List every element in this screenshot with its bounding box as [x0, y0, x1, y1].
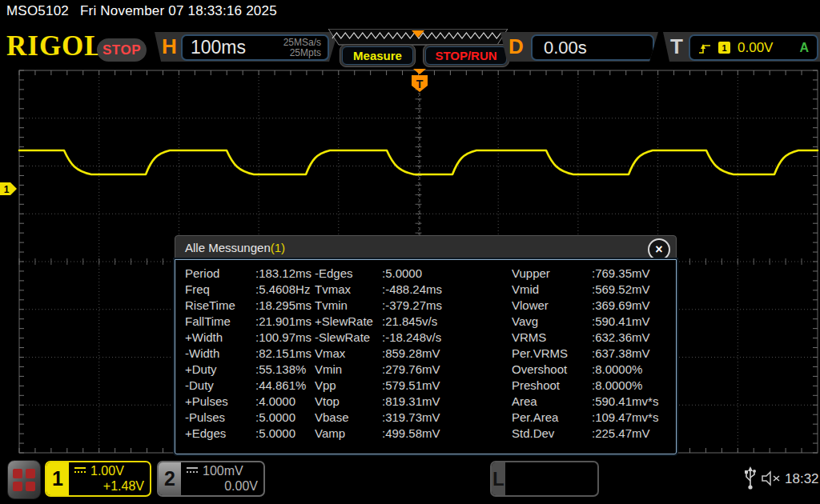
measurement-label: Vmid	[512, 282, 592, 298]
datetime: Fri November 07 18:33:16 2025	[80, 3, 277, 18]
measurement-value: :319.73mV	[382, 410, 512, 426]
measurement-label: Tvmax	[315, 282, 382, 298]
channel2-status-box[interactable]: 2 100mV 0.00V	[157, 461, 265, 497]
panel-title-bar[interactable]: Alle Messungen(1) ×	[175, 235, 677, 259]
measurement-value: :5.0000	[382, 266, 512, 282]
trigger-position-arrow-icon[interactable]	[413, 69, 426, 74]
measurement-label: +SlewRate	[315, 314, 382, 330]
stop-run-button-label: STOP/RUN	[425, 46, 507, 65]
delay-value: 0.00s	[533, 38, 587, 58]
measurement-label: Preshoot	[512, 378, 592, 394]
measurement-value: :5.4608Hz	[255, 282, 315, 298]
measurement-label: -Duty	[185, 378, 255, 394]
timebase-box[interactable]: 100ms 25MSa/s 25Mpts	[181, 34, 329, 61]
measurement-label: Vbase	[315, 410, 382, 426]
measurement-row: Period:183.12ms-Edges:5.0000Vupper:769.3…	[175, 266, 676, 282]
measurement-value: :859.28mV	[382, 346, 512, 362]
measurement-label: Vmin	[315, 362, 382, 378]
measurement-label: Std.Dev	[512, 426, 592, 442]
measurement-row: Freq:5.4608HzTvmax:-488.24msVmid:569.52m…	[175, 282, 676, 298]
dc-coupling-icon	[74, 467, 86, 476]
timebase-value: 100ms	[183, 37, 246, 58]
measurement-label: Per.Area	[512, 410, 592, 426]
stop-run-button[interactable]: STOP/RUN	[423, 44, 509, 67]
measurement-label: Tvmin	[315, 298, 382, 314]
measurement-value: :18.295ms	[255, 298, 315, 314]
channel1-status-box[interactable]: 1 1.00V +1.48V	[45, 461, 151, 497]
trigger-marker-letter: T	[416, 78, 424, 90]
trigger-level-value: 0.00V	[738, 40, 773, 56]
channel2-offset: 0.00V	[224, 479, 258, 494]
delay-label: D	[508, 32, 524, 62]
measurement-value: :279.76mV	[382, 362, 512, 378]
measurement-label: Vmax	[315, 346, 382, 362]
measurement-label: RiseTime	[185, 298, 255, 314]
measurement-value: :590.41mv*s	[592, 394, 672, 410]
run-state-badge[interactable]: STOP	[97, 38, 147, 62]
delay-box[interactable]: 0.00s	[531, 34, 654, 61]
channel2-number: 2	[159, 462, 181, 495]
measurement-value: :632.36mV	[592, 330, 672, 346]
measurement-value: :637.38mV	[592, 346, 672, 362]
trigger-label: T	[670, 32, 683, 62]
sample-rate: 25MSa/s	[283, 38, 321, 48]
panel-title: Alle Messungen	[185, 241, 271, 254]
measurement-row: -Duty:44.861%Vpp:579.51mVPreshoot:8.0000…	[175, 378, 676, 394]
measurement-value: :82.151ms	[255, 346, 315, 362]
measurement-label: +Width	[185, 330, 255, 346]
dc-coupling-icon	[187, 467, 198, 476]
measurement-label: -SlewRate	[315, 330, 382, 346]
measurement-label: +Duty	[185, 362, 255, 378]
rigol-logo: RIGOL	[6, 30, 104, 62]
measurement-label: FallTime	[185, 314, 255, 330]
measurement-label: -Width	[185, 346, 255, 362]
measurement-value: :590.41mV	[592, 314, 672, 330]
measurement-label: Vpp	[315, 378, 382, 394]
measurement-label: Vamp	[315, 426, 382, 442]
horizontal-settings-box[interactable]: H 100ms 25MSa/s 25Mpts	[155, 32, 338, 62]
system-clock: 18:32	[785, 471, 819, 487]
measurement-label: Per.VRMS	[512, 346, 592, 362]
horizontal-label: H	[162, 32, 177, 62]
measurement-value: :8.0000%	[592, 378, 672, 394]
trigger-box[interactable]: 1 0.00V A	[689, 34, 818, 61]
menu-button[interactable]	[7, 460, 41, 499]
close-icon[interactable]: ×	[648, 238, 670, 261]
measurement-label: Vavg	[512, 314, 592, 330]
measurement-value: :-18.248v/s	[382, 330, 512, 346]
model-name: MSO5102	[6, 3, 69, 18]
measurement-label: VRMS	[512, 330, 592, 346]
measurement-value: :4.0000	[255, 394, 315, 410]
measurement-row: RiseTime:18.295msTvmin:-379.27msVlower:3…	[175, 298, 676, 314]
measurement-value: :8.0000%	[592, 362, 672, 378]
measurement-value: :44.861%	[255, 378, 315, 394]
measurement-label: -Edges	[315, 266, 382, 282]
measurements-table: Period:183.12ms-Edges:5.0000Vupper:769.3…	[175, 259, 677, 454]
logic-channels-row1: 0 1 2 3 4 5 6 7	[505, 494, 597, 497]
top-status-bar: MSO5102Fri November 07 18:33:16 2025	[6, 3, 288, 19]
memory-preview-bar[interactable]	[328, 29, 508, 46]
trigger-settings-box[interactable]: T 1 0.00V A	[663, 32, 820, 62]
logic-analyzer-status-box[interactable]: L 0 1 2 3 4 5 6 7 8 9 1011 12131415	[490, 461, 599, 497]
measurement-row: +Width:100.97ms-SlewRate:-18.248v/sVRMS:…	[175, 330, 676, 346]
channel1-scale: 1.00V	[90, 464, 124, 478]
measurement-label: Overshoot	[512, 362, 592, 378]
delay-settings-box[interactable]: D 0.00s	[500, 32, 658, 62]
measurement-row: +Edges:5.0000Vamp:499.58mVStd.Dev:225.47…	[175, 426, 676, 442]
speaker-muted-icon	[761, 470, 782, 486]
measure-button[interactable]: Measure	[340, 44, 416, 67]
measurement-label: Freq	[185, 282, 255, 298]
trigger-slope-icon	[698, 42, 711, 54]
measurement-value: :5.0000	[255, 426, 315, 442]
measurement-label: Period	[185, 266, 255, 282]
measurement-label: Vlower	[512, 298, 592, 314]
usb-icon	[743, 466, 758, 491]
measurement-label: Vtop	[315, 394, 382, 410]
measurement-value: :55.138%	[255, 362, 315, 378]
measurement-label: +Pulses	[185, 394, 255, 410]
measurement-value: :-379.27ms	[382, 298, 512, 314]
measurement-value: :21.901ms	[255, 314, 315, 330]
channel1-offset: +1.48V	[103, 479, 144, 494]
measurement-row: -Pulses:5.0000Vbase:319.73mVPer.Area:109…	[175, 410, 676, 426]
measurement-value: :109.47mv*s	[592, 410, 672, 426]
